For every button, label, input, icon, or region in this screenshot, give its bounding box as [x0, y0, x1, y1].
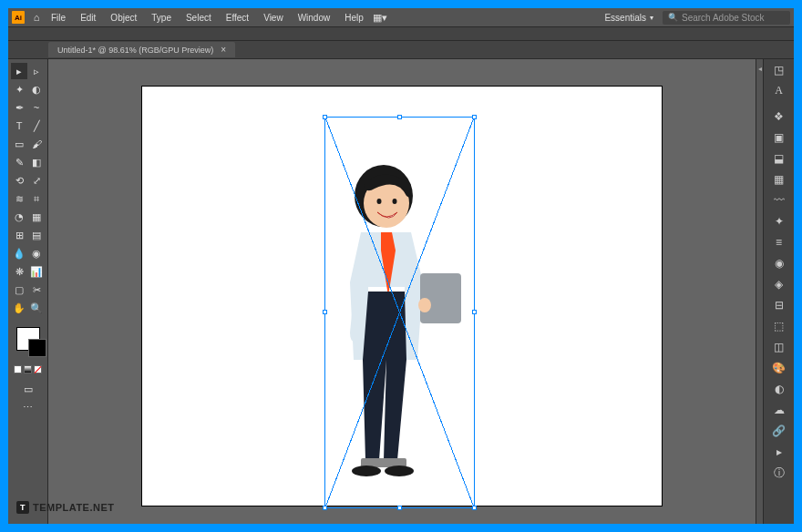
pathfinder-panel-icon[interactable]: ◫	[772, 340, 787, 354]
symbols-panel-icon[interactable]: ✦	[772, 214, 787, 229]
scale-tool[interactable]: ⤢	[28, 172, 45, 189]
none-mode-swatch[interactable]	[34, 365, 42, 373]
layers-panel-icon[interactable]: ❖	[772, 109, 787, 124]
stroke-color-swatch[interactable]	[28, 339, 46, 357]
width-tool[interactable]: ≋	[11, 190, 27, 207]
links-panel-icon[interactable]: 🔗	[772, 424, 787, 438]
menu-view[interactable]: View	[257, 10, 290, 26]
document-tab-bar: Untitled-1* @ 98.61% (RGB/GPU Preview) ×	[8, 41, 794, 59]
artboards-panel-icon[interactable]: ▣	[772, 130, 787, 145]
character-panel-icon[interactable]: A	[772, 83, 787, 97]
transform-panel-icon[interactable]: ⬚	[772, 319, 787, 333]
appearance-panel-icon[interactable]: ◉	[772, 256, 787, 271]
watermark: T TEMPLATE.NET	[16, 501, 115, 514]
eyedropper-tool[interactable]: 💧	[11, 245, 27, 261]
menu-object[interactable]: Object	[104, 10, 143, 26]
selection-bounding-box[interactable]	[324, 117, 475, 508]
direct-selection-tool[interactable]: ▹	[28, 63, 45, 79]
rectangle-tool[interactable]: ▭	[11, 136, 27, 152]
menu-effect[interactable]: Effect	[220, 10, 255, 26]
symbol-sprayer-tool[interactable]: ❋	[11, 263, 27, 280]
resize-handle[interactable]	[472, 310, 477, 314]
hand-tool[interactable]: ✋	[11, 300, 27, 316]
resize-handle[interactable]	[323, 506, 327, 510]
canvas-area[interactable]	[48, 59, 756, 524]
control-bar	[8, 26, 794, 41]
pen-tool[interactable]: ✒	[11, 99, 27, 116]
gradient-tool[interactable]: ▤	[28, 227, 45, 243]
arrange-docs-icon[interactable]: ▦▾	[372, 9, 388, 26]
align-panel-icon[interactable]: ⊟	[772, 298, 787, 312]
watermark-icon: T	[16, 501, 29, 514]
artboard[interactable]	[142, 87, 662, 506]
brushes-panel-icon[interactable]: 〰	[772, 193, 787, 208]
swatches-panel-icon[interactable]: ▦	[772, 172, 787, 187]
actions-panel-icon[interactable]: ▸	[772, 445, 787, 459]
menu-select[interactable]: Select	[180, 10, 218, 26]
libraries-panel-icon[interactable]: ☁	[772, 403, 787, 417]
resize-handle[interactable]	[323, 115, 327, 119]
edit-toolbar-icon[interactable]: ⋯	[20, 399, 36, 415]
menu-window[interactable]: Window	[292, 10, 337, 26]
right-panel-dock: ◳ A ❖ ▣ ⬓ ▦ 〰 ✦ ≡ ◉ ◈ ⊟ ⬚ ◫ 🎨 ◐ ☁ 🔗 ▸ ⓘ	[763, 59, 794, 524]
free-transform-tool[interactable]: ⌗	[28, 190, 45, 207]
gradient-mode-swatch[interactable]	[24, 365, 32, 373]
search-input[interactable]: Search Adobe Stock	[663, 11, 790, 25]
menu-type[interactable]: Type	[145, 10, 178, 26]
panel-collapse-toggle[interactable]: ◂	[756, 59, 763, 524]
menu-help[interactable]: Help	[338, 10, 370, 26]
fill-color-swatch[interactable]	[16, 327, 40, 351]
resize-handle[interactable]	[472, 506, 477, 510]
app-logo-icon: Ai	[12, 11, 25, 24]
screen-mode-icon[interactable]: ▭	[20, 381, 36, 397]
asset-export-panel-icon[interactable]: ⬓	[772, 151, 787, 166]
resize-handle[interactable]	[397, 506, 402, 510]
info-panel-icon[interactable]: ⓘ	[772, 466, 787, 480]
shaper-tool[interactable]: ✎	[11, 154, 27, 170]
resize-handle[interactable]	[323, 310, 327, 314]
color-mode-swatch[interactable]	[14, 365, 22, 373]
eraser-tool[interactable]: ◧	[28, 154, 45, 170]
brush-tool[interactable]: 🖌	[28, 136, 45, 152]
curvature-tool[interactable]: ~	[28, 99, 45, 116]
menu-edit[interactable]: Edit	[74, 10, 102, 26]
blend-tool[interactable]: ◉	[28, 245, 45, 261]
rotate-tool[interactable]: ⟲	[11, 172, 27, 189]
menu-file[interactable]: File	[45, 10, 72, 26]
stroke-panel-icon[interactable]: ≡	[772, 235, 787, 250]
graphic-styles-panel-icon[interactable]: ◈	[772, 277, 787, 292]
magic-wand-tool[interactable]: ✦	[11, 81, 27, 97]
toolbox: ▸▹ ✦◐ ✒~ T╱ ▭🖌 ✎◧ ⟲⤢ ≋⌗ ◔▦ ⊞▤ 💧◉ ❋📊 ▢✂ ✋…	[8, 59, 48, 524]
lasso-tool[interactable]: ◐	[28, 81, 45, 97]
resize-handle[interactable]	[397, 115, 402, 119]
watermark-text: TEMPLATE.NET	[33, 502, 115, 513]
shape-builder-tool[interactable]: ◔	[11, 209, 27, 225]
color-guide-panel-icon[interactable]: ◐	[772, 382, 787, 396]
slice-tool[interactable]: ✂	[28, 281, 45, 298]
graph-tool[interactable]: 📊	[28, 263, 45, 280]
close-tab-icon[interactable]: ×	[221, 45, 226, 55]
line-tool[interactable]: ╱	[28, 118, 45, 134]
selection-tool[interactable]: ▸	[11, 63, 27, 79]
tab-title: Untitled-1* @ 98.61% (RGB/GPU Preview)	[57, 46, 213, 55]
workspace-switcher[interactable]: Essentials	[597, 11, 661, 25]
artboard-tool[interactable]: ▢	[11, 281, 27, 298]
color-panel-icon[interactable]: 🎨	[772, 361, 787, 375]
resize-handle[interactable]	[472, 115, 477, 119]
type-tool[interactable]: T	[11, 118, 27, 134]
properties-panel-icon[interactable]: ◳	[772, 63, 787, 77]
menu-bar: Ai ⌂ File Edit Object Type Select Effect…	[8, 8, 794, 26]
document-tab[interactable]: Untitled-1* @ 98.61% (RGB/GPU Preview) ×	[48, 42, 235, 57]
perspective-tool[interactable]: ▦	[28, 209, 45, 225]
home-icon[interactable]: ⌂	[30, 11, 43, 24]
mesh-tool[interactable]: ⊞	[11, 227, 27, 243]
zoom-tool[interactable]: 🔍	[28, 300, 45, 316]
